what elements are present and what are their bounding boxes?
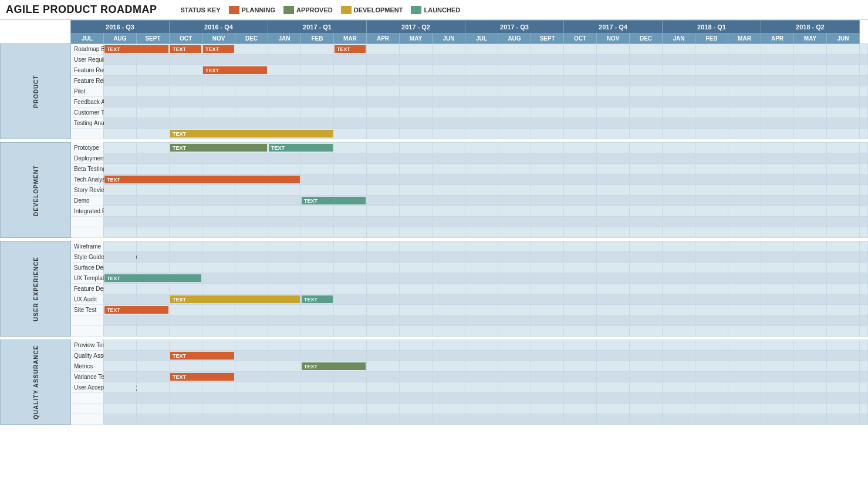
gantt-cell-empty: [695, 97, 728, 108]
gantt-cell-empty: [564, 129, 597, 139]
task-label: Feature Release: [71, 76, 104, 86]
gantt-cell-empty: [235, 393, 268, 404]
gantt-cell-empty: [663, 185, 695, 196]
gantt-cell-empty: [630, 273, 663, 284]
gantt-cell-empty: [367, 351, 400, 361]
gantt-cell-empty: [597, 404, 630, 414]
gantt-cell-empty: [663, 326, 695, 337]
gantt-cell-empty: [860, 372, 868, 382]
gantt-cell-empty: [465, 55, 498, 65]
gantt-cell-empty: [794, 326, 827, 337]
gantt-cell-empty: [860, 44, 868, 55]
gantt-cell-empty: [170, 86, 202, 97]
task-row: [1, 414, 868, 425]
gantt-cell-empty: [728, 76, 761, 86]
gantt-cell-empty: [663, 118, 695, 129]
gantt-cell-empty: [465, 185, 498, 196]
gantt-cell-empty: [761, 55, 794, 65]
gantt-cell-empty: [695, 227, 728, 238]
gantt-cell-empty: [564, 404, 597, 414]
gantt-cell-empty: [367, 241, 400, 252]
gantt-cell-empty: [860, 118, 868, 129]
gantt-cell-empty: [695, 351, 728, 361]
gantt-cell-empty: [597, 393, 630, 404]
status-color-box: [229, 6, 239, 14]
month-header: OCT: [170, 33, 202, 44]
task-bar: TEXT: [269, 144, 333, 152]
gantt-cell-empty: [104, 294, 137, 305]
gantt-cell-empty: [695, 393, 728, 404]
gantt-cell-empty: [137, 143, 170, 153]
gantt-cell-empty: [695, 326, 728, 337]
gantt-cell-empty: [268, 361, 301, 372]
gantt-cell-empty: [827, 44, 860, 55]
gantt-cell-empty: [235, 284, 268, 294]
status-key-area: STATUS KEY PLANNINGAPPROVEDDEVELOPMENTLA…: [181, 6, 461, 14]
gantt-cell-empty: [202, 263, 235, 273]
gantt-cell-empty: [433, 315, 465, 326]
gantt-cell-empty: [728, 326, 761, 337]
gantt-cell-empty: [433, 284, 465, 294]
gantt-cell-empty: [104, 404, 137, 414]
gantt-cell-empty: [400, 153, 433, 164]
gantt-cell-empty: [137, 196, 170, 206]
task-row: Style Guide Development: [1, 252, 868, 263]
gantt-cell-bar: TEXT: [104, 44, 170, 55]
task-label: User Acceptance Testing: [71, 382, 104, 393]
gantt-cell-empty: [564, 206, 597, 217]
gantt-cell-empty: [564, 118, 597, 129]
gantt-cell-empty: [827, 164, 860, 174]
gantt-cell-empty: [202, 118, 235, 129]
gantt-cell-empty: [137, 86, 170, 97]
gantt-cell-empty: [104, 393, 137, 404]
gantt-cell-empty: [137, 129, 170, 139]
gantt-cell-empty: [170, 196, 202, 206]
gantt-cell-empty: [794, 241, 827, 252]
task-label: Pilot: [71, 86, 104, 97]
gantt-cell-empty: [761, 86, 794, 97]
gantt-cell-empty: [860, 174, 868, 185]
gantt-cell-empty: [761, 108, 794, 118]
gantt-cell-empty: [400, 414, 433, 425]
gantt-cell-empty: [400, 217, 433, 227]
gantt-cell-empty: [630, 174, 663, 185]
gantt-cell-empty: [137, 315, 170, 326]
gantt-cell-empty: [761, 65, 794, 76]
gantt-cell-empty: [367, 305, 400, 315]
gantt-cell-empty: [268, 305, 301, 315]
gantt-cell-empty: [104, 315, 137, 326]
task-label: [71, 414, 104, 425]
page-header: AGILE PRODUCT ROADMAP STATUS KEY PLANNIN…: [0, 0, 868, 20]
gantt-cell-empty: [235, 227, 268, 238]
gantt-cell-empty: [137, 227, 170, 238]
gantt-cell-empty: [564, 361, 597, 372]
gantt-cell-empty: [860, 196, 868, 206]
gantt-cell-empty: [564, 185, 597, 196]
gantt-cell-empty: [761, 129, 794, 139]
gantt-cell-empty: [400, 241, 433, 252]
gantt-cell-empty: [202, 252, 235, 263]
gantt-cell-empty: [104, 351, 137, 361]
gantt-cell-empty: [794, 252, 827, 263]
gantt-cell-empty: [268, 340, 301, 351]
gantt-cell-empty: [170, 118, 202, 129]
gantt-cell-empty: [301, 382, 334, 393]
gantt-cell-empty: [498, 294, 531, 305]
gantt-cell-empty: [728, 305, 761, 315]
gantt-cell-empty: [202, 196, 235, 206]
gantt-cell-empty: [564, 143, 597, 153]
gantt-cell-empty: [794, 143, 827, 153]
task-row: Quality AssuranceTEXT: [1, 351, 868, 361]
gantt-cell-empty: [334, 393, 367, 404]
quarter-header: 2018 - Q2: [761, 21, 860, 33]
gantt-cell-empty: [498, 174, 531, 185]
gantt-cell-empty: [794, 372, 827, 382]
gantt-cell-bar: TEXT: [104, 305, 170, 315]
gantt-cell-empty: [367, 227, 400, 238]
gantt-cell-empty: [597, 196, 630, 206]
gantt-cell-empty: [827, 305, 860, 315]
gantt-cell-empty: [728, 164, 761, 174]
gantt-cell-empty: [630, 404, 663, 414]
gantt-cell-empty: [531, 153, 564, 164]
gantt-cell-empty: [860, 263, 868, 273]
